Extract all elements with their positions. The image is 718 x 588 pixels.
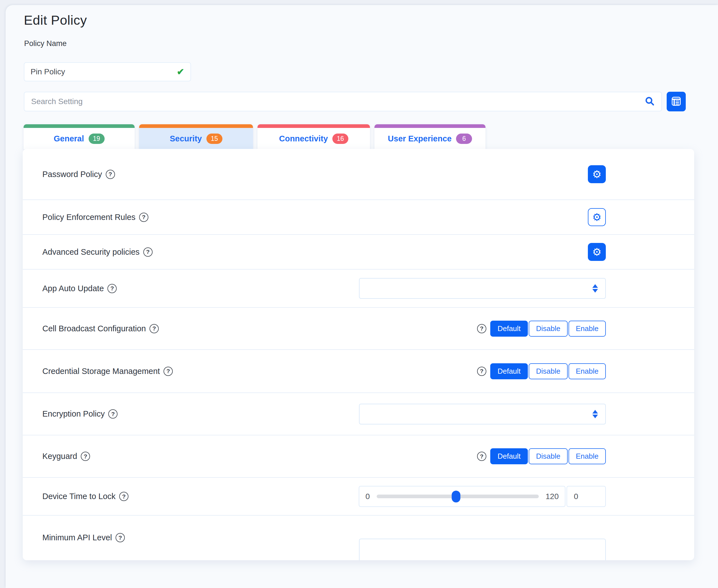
setting-row-app-auto-update: App Auto Update ? <box>23 270 694 308</box>
search-input[interactable] <box>31 97 645 106</box>
policy-name-input[interactable] <box>30 67 177 76</box>
setting-row-encryption-policy: Encryption Policy ? <box>23 393 694 435</box>
slider-max-label: 120 <box>546 492 559 501</box>
setting-row-keyguard: Keyguard ? ? Default Disable Enable <box>23 435 694 478</box>
tab-user-experience[interactable]: User Experience 6 <box>375 124 485 149</box>
settings-panel: Password Policy ? ⚙ Policy Enforcement R… <box>23 149 694 560</box>
setting-row-credential-storage-management: Credential Storage Management ? ? Defaul… <box>23 350 694 393</box>
document-list-icon <box>671 96 682 108</box>
default-button[interactable]: Default <box>490 363 528 379</box>
setting-label: Advanced Security policies <box>42 248 140 257</box>
disable-button[interactable]: Disable <box>529 448 568 464</box>
help-icon[interactable]: ? <box>81 451 90 461</box>
select-caret-icon <box>592 410 598 418</box>
tab-label: Security <box>170 134 202 143</box>
tab-security[interactable]: Security 15 <box>139 124 253 149</box>
tab-count-badge: 19 <box>89 133 105 144</box>
search-icon[interactable] <box>645 96 655 107</box>
select-caret-icon <box>592 284 598 293</box>
gear-icon: ⚙ <box>592 247 601 257</box>
keyguard-toggle-group: Default Disable Enable <box>490 448 606 464</box>
help-icon[interactable]: ? <box>143 248 152 257</box>
disable-button[interactable]: Disable <box>529 363 568 379</box>
app-auto-update-select[interactable] <box>359 278 606 299</box>
help-icon[interactable]: ? <box>108 409 118 419</box>
credential-storage-toggle-group: Default Disable Enable <box>490 363 606 379</box>
configure-gear-button[interactable]: ⚙ <box>588 243 606 261</box>
setting-row-advanced-security-policies: Advanced Security policies ? ⚙ <box>23 235 694 270</box>
setting-label: App Auto Update <box>42 284 104 293</box>
search-field <box>24 92 662 111</box>
time-to-lock-slider[interactable] <box>377 495 539 498</box>
enable-button[interactable]: Enable <box>569 363 606 379</box>
setting-label: Keyguard <box>42 451 77 461</box>
default-button[interactable]: Default <box>490 448 528 464</box>
page-title: Edit Policy <box>24 12 87 28</box>
tab-color-bar <box>257 124 370 128</box>
setting-row-policy-enforcement-rules: Policy Enforcement Rules ? ⚙ <box>23 200 694 235</box>
setting-label: Credential Storage Management <box>42 367 160 376</box>
setting-label: Encryption Policy <box>42 409 105 419</box>
enable-button[interactable]: Enable <box>569 321 606 337</box>
gear-icon: ⚙ <box>592 169 601 180</box>
time-to-lock-slider-box: 0 120 <box>359 486 566 507</box>
enable-button[interactable]: Enable <box>569 448 606 464</box>
setting-label: Password Policy <box>42 170 102 179</box>
setting-row-password-policy: Password Policy ? ⚙ <box>23 149 694 200</box>
tab-label: User Experience <box>388 134 451 143</box>
setting-label: Policy Enforcement Rules <box>42 213 135 222</box>
tab-count-badge: 16 <box>332 133 349 144</box>
configure-gear-button[interactable]: ⚙ <box>588 165 606 183</box>
help-icon[interactable]: ? <box>477 367 486 376</box>
encryption-policy-select[interactable] <box>359 404 606 424</box>
minimum-api-level-input[interactable] <box>359 539 606 560</box>
tab-count-badge: 15 <box>207 133 223 144</box>
tab-label: Connectivity <box>279 134 328 143</box>
slider-min-label: 0 <box>365 492 370 501</box>
policy-name-label: Policy Name <box>24 39 67 48</box>
tab-color-bar <box>375 124 485 128</box>
setting-row-cell-broadcast-configuration: Cell Broadcast Configuration ? ? Default… <box>23 308 694 350</box>
help-icon[interactable]: ? <box>139 213 148 222</box>
help-icon[interactable]: ? <box>477 451 486 461</box>
summary-panel-button[interactable] <box>667 92 686 111</box>
help-icon[interactable]: ? <box>149 324 159 333</box>
disable-button[interactable]: Disable <box>529 321 568 337</box>
tab-bar: General 19 Security 15 Connectivity 16 U… <box>24 124 485 149</box>
tab-color-bar <box>24 124 135 128</box>
valid-check-icon: ✔ <box>177 66 184 77</box>
setting-label: Device Time to Lock <box>42 492 115 501</box>
time-to-lock-value-input[interactable] <box>567 486 606 507</box>
help-icon[interactable]: ? <box>164 367 173 376</box>
gear-icon: ⚙ <box>592 212 601 223</box>
setting-label: Cell Broadcast Configuration <box>42 324 146 333</box>
tab-color-bar <box>139 124 253 128</box>
setting-row-device-time-to-lock: Device Time to Lock ? 0 120 <box>23 478 694 516</box>
tab-count-badge: 6 <box>456 133 472 144</box>
tab-label: General <box>54 134 84 143</box>
help-icon[interactable]: ? <box>119 492 128 501</box>
policy-name-field: ✔ <box>24 62 191 81</box>
setting-label: Minimum API Level <box>42 533 112 542</box>
help-icon[interactable]: ? <box>115 533 125 542</box>
tab-connectivity[interactable]: Connectivity 16 <box>257 124 370 149</box>
slider-thumb[interactable] <box>452 491 461 502</box>
help-icon[interactable]: ? <box>106 170 115 179</box>
help-icon[interactable]: ? <box>107 284 117 293</box>
page-background: Edit Policy Policy Name ✔ <box>6 5 718 588</box>
default-button[interactable]: Default <box>490 321 528 337</box>
setting-row-minimum-api-level: Minimum API Level ? <box>23 516 694 560</box>
configure-gear-button[interactable]: ⚙ <box>588 208 606 226</box>
cell-broadcast-toggle-group: Default Disable Enable <box>490 321 606 337</box>
help-icon[interactable]: ? <box>477 324 486 333</box>
tab-general[interactable]: General 19 <box>24 124 135 149</box>
